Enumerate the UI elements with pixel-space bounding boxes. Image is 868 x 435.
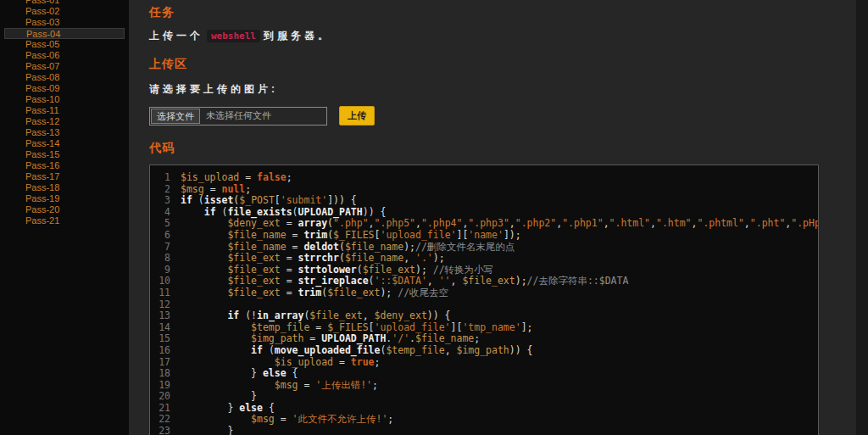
sidebar-item-pass-04[interactable]: Pass-04: [4, 28, 125, 39]
line-number: 7: [150, 242, 181, 254]
sidebar-item-pass-08[interactable]: Pass-08: [0, 72, 129, 83]
code-text: $deny_ext = array(".php",".php5",".php4"…: [181, 218, 819, 230]
sidebar-item-pass-20[interactable]: Pass-20: [0, 204, 129, 215]
sidebar-item-pass-14[interactable]: Pass-14: [0, 138, 129, 149]
sidebar-item-pass-02[interactable]: Pass-02: [0, 6, 129, 17]
code-line: 2$msg = null;: [150, 184, 818, 196]
code-text: } else {: [181, 403, 275, 415]
sidebar-nav: Pass-01Pass-02Pass-03Pass-04Pass-05Pass-…: [0, 0, 129, 226]
line-number: 19: [150, 380, 181, 392]
line-number: 12: [150, 299, 181, 311]
code-text: $msg = '此文件不允许上传!';: [181, 414, 393, 426]
code-line: 13 if (!in_array($file_ext, $deny_ext)) …: [150, 310, 818, 322]
code-line: 20 }: [150, 391, 818, 403]
app-root: Pass-01Pass-02Pass-03Pass-04Pass-05Pass-…: [0, 0, 868, 435]
sidebar-item-pass-09[interactable]: Pass-09: [0, 83, 129, 94]
line-number: 13: [150, 310, 181, 322]
line-number: 2: [150, 184, 181, 196]
file-status-text: 未选择任何文件: [206, 109, 271, 122]
code-line: 23 }: [150, 426, 818, 435]
task-text: 上传一个webshell到服务器。: [149, 29, 856, 43]
code-line: 1$is_upload = false;: [150, 172, 818, 184]
line-number: 4: [150, 207, 181, 219]
code-line: 10 $file_ext = str_ireplace('::$DATA', '…: [150, 276, 818, 287]
sidebar-item-pass-10[interactable]: Pass-10: [0, 94, 129, 105]
webshell-chip: webshell: [207, 30, 260, 42]
code-text: $is_upload = false;: [181, 172, 292, 184]
code-text: $is_upload = true;: [181, 357, 380, 369]
line-number: 14: [150, 322, 181, 334]
line-number: 5: [150, 218, 181, 230]
upload-prompt: 请选择要上传的图片:: [149, 82, 856, 97]
code-line: 15 $img_path = UPLOAD_PATH.'/'.$file_nam…: [150, 333, 818, 345]
line-number: 16: [150, 345, 181, 357]
code-text: $msg = null;: [181, 184, 251, 196]
sidebar-item-pass-15[interactable]: Pass-15: [0, 149, 129, 160]
line-number: 8: [150, 253, 181, 265]
code-line: 18 } else {: [150, 368, 818, 380]
line-number: 18: [150, 368, 181, 380]
line-number: 17: [150, 357, 181, 369]
code-text: $msg = '上传出错!';: [181, 380, 378, 392]
upload-submit-button[interactable]: 上传: [339, 106, 375, 125]
code-line: 14 $temp_file = $_FILES['upload_file']['…: [150, 322, 818, 334]
code-block: 1$is_upload = false;2$msg = null;3if (is…: [149, 165, 819, 435]
task-text-after: 到服务器。: [264, 30, 331, 42]
code-text: $file_name = trim($_FILES['upload_file']…: [181, 230, 521, 242]
code-heading: 代码: [149, 141, 856, 156]
line-number: 15: [150, 333, 181, 345]
code-lines: 1$is_upload = false;2$msg = null;3if (is…: [150, 172, 818, 435]
sidebar-item-pass-18[interactable]: Pass-18: [0, 182, 129, 193]
code-text: if (file_exists(UPLOAD_PATH)) {: [181, 207, 386, 219]
line-number: 11: [150, 287, 181, 299]
code-text: $temp_file = $_FILES['upload_file']['tmp…: [181, 322, 533, 334]
line-number: 23: [150, 426, 181, 435]
sidebar-item-pass-06[interactable]: Pass-06: [0, 50, 129, 61]
task-text-before: 上传一个: [149, 30, 203, 42]
sidebar-item-pass-17[interactable]: Pass-17: [0, 171, 129, 182]
line-number: 22: [150, 414, 181, 426]
code-line: 16 if (move_uploaded_file($temp_file, $i…: [150, 345, 818, 357]
sidebar-item-pass-19[interactable]: Pass-19: [0, 193, 129, 204]
sidebar-item-pass-07[interactable]: Pass-07: [0, 61, 129, 72]
main-content: 任务 上传一个webshell到服务器。 上传区 请选择要上传的图片: 选择文件…: [129, 0, 856, 435]
sidebar-item-pass-05[interactable]: Pass-05: [0, 39, 129, 50]
sidebar-item-pass-11[interactable]: Pass-11: [0, 105, 129, 116]
code-line: 9 $file_ext = strtolower($file_ext); //转…: [150, 265, 818, 276]
line-number: 6: [150, 230, 181, 242]
code-line: 5 $deny_ext = array(".php",".php5",".php…: [150, 218, 818, 230]
sidebar: Pass-01Pass-02Pass-03Pass-04Pass-05Pass-…: [0, 0, 129, 435]
sidebar-item-pass-12[interactable]: Pass-12: [0, 116, 129, 127]
sidebar-item-pass-21[interactable]: Pass-21: [0, 215, 129, 226]
sidebar-item-pass-01[interactable]: Pass-01: [0, 0, 129, 6]
code-line: 8 $file_ext = strrchr($file_name, '.');: [150, 253, 818, 265]
task-heading: 任务: [149, 5, 856, 20]
scrollbar[interactable]: [856, 0, 868, 435]
code-line: 12: [150, 299, 818, 311]
code-line: 3if (isset($_POST['submit'])) {: [150, 195, 818, 207]
code-line: 19 $msg = '上传出错!';: [150, 380, 818, 392]
line-number: 9: [150, 265, 181, 276]
line-number: 21: [150, 403, 181, 415]
code-text: if (isset($_POST['submit'])) {: [181, 195, 357, 207]
code-text: } else {: [181, 368, 298, 380]
sidebar-item-pass-03[interactable]: Pass-03: [0, 17, 129, 28]
choose-file-button[interactable]: 选择文件: [151, 109, 200, 124]
code-text: if (move_uploaded_file($temp_file, $img_…: [181, 345, 533, 357]
code-text: $file_name = deldot($file_name);//删除文件名末…: [181, 242, 515, 254]
code-text: $file_ext = str_ireplace('::$DATA', '', …: [181, 276, 628, 287]
line-number: 3: [150, 195, 181, 207]
code-text: $file_ext = strrchr($file_name, '.');: [181, 253, 445, 265]
code-line: 22 $msg = '此文件不允许上传!';: [150, 414, 818, 426]
code-text: if (!in_array($file_ext, $deny_ext)) {: [181, 310, 451, 322]
line-number: 10: [150, 276, 181, 287]
code-line: 11 $file_ext = trim($file_ext); //收尾去空: [150, 287, 818, 299]
upload-area-heading: 上传区: [149, 57, 856, 72]
file-input[interactable]: 选择文件 未选择任何文件: [149, 107, 327, 125]
line-number: 1: [150, 172, 181, 184]
line-number: 20: [150, 391, 181, 403]
code-line: 21 } else {: [150, 403, 818, 415]
code-line: 6 $file_name = trim($_FILES['upload_file…: [150, 230, 818, 242]
sidebar-item-pass-13[interactable]: Pass-13: [0, 127, 129, 138]
sidebar-item-pass-16[interactable]: Pass-16: [0, 160, 129, 171]
